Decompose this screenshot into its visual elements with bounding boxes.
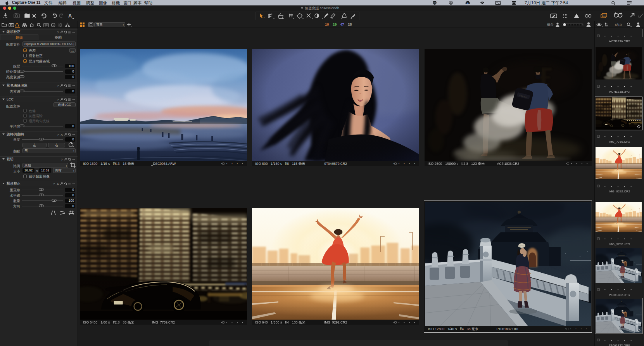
- svg-text:A: A: [68, 13, 72, 19]
- svg-text:?: ?: [57, 31, 59, 34]
- svg-text:?: ?: [53, 182, 55, 186]
- svg-text:?: ?: [57, 84, 59, 88]
- svg-text:A: A: [61, 133, 63, 137]
- svg-text:?: ?: [57, 133, 59, 137]
- svg-text:?: ?: [61, 158, 63, 161]
- svg-text:A: A: [57, 182, 59, 186]
- svg-text:6/10: 6/10: [615, 23, 622, 27]
- svg-text:?: ?: [57, 98, 59, 102]
- svg-text:LINE: LINE: [433, 2, 437, 4]
